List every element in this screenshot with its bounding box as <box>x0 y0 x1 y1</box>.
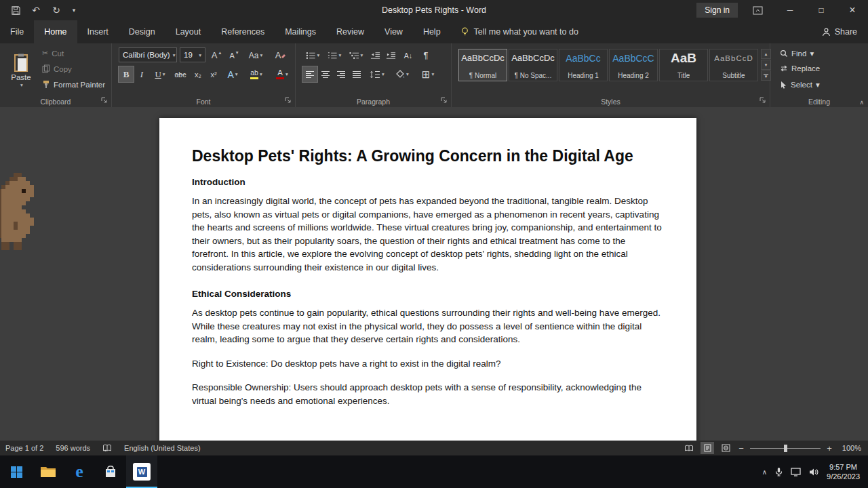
borders-button[interactable]: ⊞▾ <box>416 66 439 82</box>
microsoft-store-button[interactable] <box>95 455 126 488</box>
zoom-slider-thumb[interactable] <box>784 445 787 452</box>
bold-button[interactable]: B <box>119 66 134 82</box>
subscript-button[interactable]: x₂ <box>191 66 205 82</box>
doc-heading-introduction[interactable]: Introduction <box>192 177 664 187</box>
bullets-button[interactable]: ▾ <box>302 47 323 63</box>
document-canvas[interactable]: Desktop Pets' Rights: A Growing Concern … <box>0 107 868 441</box>
tab-view[interactable]: View <box>374 20 413 43</box>
superscript-button[interactable]: x² <box>206 66 221 82</box>
tray-expand-icon[interactable]: ∧ <box>762 468 767 476</box>
zoom-level[interactable]: 100% <box>838 444 861 452</box>
zoom-slider[interactable] <box>750 448 821 449</box>
close-button[interactable]: × <box>837 0 868 20</box>
style-heading-2[interactable]: AaBbCcC Heading 2 <box>609 49 658 81</box>
increase-indent-button[interactable] <box>383 47 398 63</box>
styles-gallery-more-icon[interactable]: ▾ <box>761 70 771 81</box>
tab-layout[interactable]: Layout <box>165 20 212 43</box>
style-subtitle[interactable]: AaBbCcD Subtitle <box>709 49 758 81</box>
tab-insert[interactable]: Insert <box>77 20 119 43</box>
word-count[interactable]: 596 words <box>56 444 90 452</box>
undo-icon[interactable]: ↶ <box>27 1 45 19</box>
zoom-in-button[interactable]: + <box>825 443 833 453</box>
line-spacing-button[interactable]: ▾ <box>366 66 388 82</box>
page-indicator[interactable]: Page 1 of 2 <box>5 444 43 452</box>
save-icon[interactable] <box>7 1 24 19</box>
style-normal[interactable]: AaBbCcDc ¶ Normal <box>458 49 507 81</box>
print-layout-icon[interactable] <box>701 442 714 454</box>
collapse-ribbon-icon[interactable]: ∧ <box>859 99 864 106</box>
change-case-button[interactable]: Aa▾ <box>245 47 267 63</box>
align-right-button[interactable] <box>334 66 349 82</box>
desktop-pet-sprite[interactable] <box>0 173 42 250</box>
tab-design[interactable]: Design <box>119 20 165 43</box>
tell-me-box[interactable]: Tell me what you want to do <box>460 20 578 43</box>
file-explorer-button[interactable] <box>33 455 64 488</box>
grow-font-button[interactable]: A▴ <box>208 47 224 63</box>
maximize-button[interactable]: □ <box>806 0 837 20</box>
styles-dialog-launcher[interactable] <box>759 96 767 104</box>
sort-button[interactable]: A↓ <box>399 47 417 63</box>
multilevel-list-button[interactable]: ▾ <box>346 47 366 63</box>
align-left-button[interactable] <box>302 66 317 82</box>
redo-icon[interactable]: ↻ <box>47 1 65 19</box>
word-taskbar-button[interactable]: W <box>126 455 157 488</box>
tab-home[interactable]: Home <box>34 20 77 43</box>
language-indicator[interactable]: English (United States) <box>124 444 201 452</box>
doc-paragraph[interactable]: As desktop pets continue to gain popular… <box>192 306 664 346</box>
styles-gallery-down-icon[interactable]: ▾ <box>761 60 771 70</box>
highlight-color-button[interactable]: ab ▾ <box>245 66 268 82</box>
share-button[interactable]: Share <box>822 20 857 43</box>
numbering-button[interactable]: ▾ <box>324 47 344 63</box>
underline-button[interactable]: U▾ <box>150 66 170 82</box>
start-button[interactable] <box>0 455 33 488</box>
font-dialog-launcher[interactable] <box>284 96 292 104</box>
style-heading-1[interactable]: AaBbCc Heading 1 <box>559 49 608 81</box>
tab-mailings[interactable]: Mailings <box>275 20 326 43</box>
style-no-spacing[interactable]: AaBbCcDc ¶ No Spac... <box>509 49 557 81</box>
edge-browser-button[interactable]: e <box>64 455 95 488</box>
document-page[interactable]: Desktop Pets' Rights: A Growing Concern … <box>159 118 696 441</box>
paragraph-dialog-launcher[interactable] <box>440 96 448 104</box>
web-layout-icon[interactable] <box>719 442 732 454</box>
read-mode-icon[interactable] <box>682 442 696 454</box>
zoom-out-button[interactable]: − <box>737 443 745 453</box>
doc-heading-ethical-considerations[interactable]: Ethical Considerations <box>192 289 664 299</box>
network-icon[interactable] <box>791 468 801 476</box>
select-button[interactable]: Select ▾ <box>780 80 820 89</box>
clear-formatting-button[interactable]: A <box>272 47 290 63</box>
customize-quick-access-icon[interactable]: ▾ <box>68 1 80 19</box>
show-paragraph-marks-button[interactable]: ¶ <box>418 47 433 63</box>
replace-button[interactable]: Replace <box>780 64 820 73</box>
align-center-button[interactable] <box>318 66 333 82</box>
style-title[interactable]: AaB Title <box>659 49 708 81</box>
format-painter-button[interactable]: Format Painter <box>42 80 105 89</box>
justify-button[interactable] <box>349 66 364 82</box>
doc-paragraph[interactable]: Right to Existence: Do desktop pets have… <box>192 357 664 371</box>
italic-button[interactable]: I <box>135 66 149 82</box>
microphone-icon[interactable] <box>775 467 783 476</box>
clipboard-dialog-launcher[interactable] <box>100 96 108 104</box>
tab-help[interactable]: Help <box>413 20 451 43</box>
shading-button[interactable]: ▾ <box>391 66 414 82</box>
ribbon-display-options-icon[interactable] <box>747 1 768 19</box>
shrink-font-button[interactable]: A▾ <box>226 47 242 63</box>
doc-paragraph[interactable]: In an increasingly digital world, the co… <box>192 195 664 274</box>
font-size-combo[interactable]: 19▾ <box>180 47 205 62</box>
minimize-button[interactable]: ─ <box>774 0 806 20</box>
proofing-status-icon[interactable] <box>102 444 112 452</box>
font-family-combo[interactable]: Calibri (Body)▾ <box>119 47 177 62</box>
styles-gallery-up-icon[interactable]: ▴ <box>761 49 771 59</box>
tab-file[interactable]: File <box>0 20 34 43</box>
speaker-icon[interactable] <box>809 468 818 476</box>
strikethrough-button[interactable]: abc <box>172 66 189 82</box>
tab-references[interactable]: References <box>211 20 275 43</box>
text-effects-button[interactable]: A▾ <box>223 66 242 82</box>
find-button[interactable]: Find ▾ <box>780 49 814 58</box>
paste-button[interactable]: Paste ▾ <box>5 47 37 94</box>
font-color-button[interactable]: A ▾ <box>271 66 294 82</box>
sign-in-button[interactable]: Sign in <box>696 3 738 18</box>
doc-paragraph[interactable]: Responsible Ownership: Users should appr… <box>192 381 664 407</box>
tab-review[interactable]: Review <box>326 20 374 43</box>
document-title[interactable]: Desktop Pets' Rights: A Growing Concern … <box>192 146 664 165</box>
decrease-indent-button[interactable] <box>368 47 382 63</box>
